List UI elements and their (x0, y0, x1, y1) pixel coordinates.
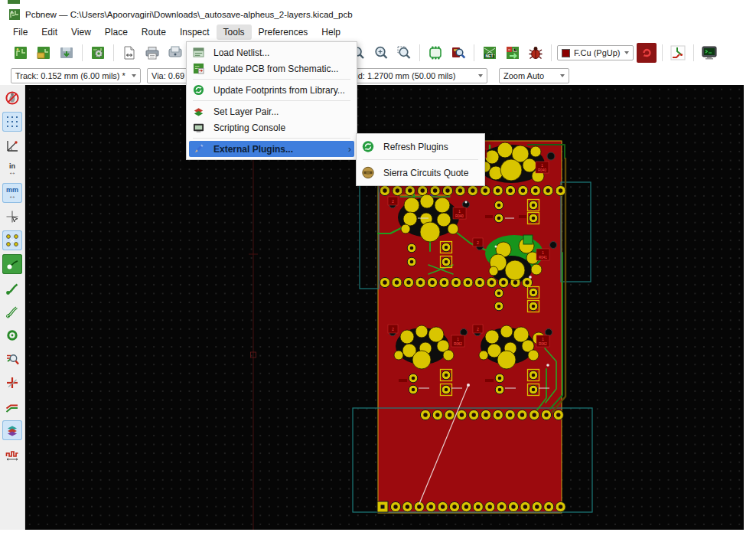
units-mm-button[interactable]: mm↔ (2, 183, 22, 203)
board-setup-button[interactable] (88, 43, 108, 63)
open-board-icon (36, 45, 51, 60)
svg-text:R041: R041 (539, 256, 547, 260)
menu-separator (193, 79, 350, 80)
layer-select-combo[interactable]: F.Cu (PgUp) (557, 45, 634, 60)
new-board-button[interactable] (11, 43, 31, 63)
ratsnest-visibility-button[interactable] (2, 230, 22, 250)
zoom-combo[interactable]: Zoom Auto (499, 68, 569, 83)
menu-item-update-pcb-from-schematic[interactable]: Update PCB from Schematic... (189, 60, 354, 77)
menu-help[interactable]: Help (314, 24, 347, 40)
grid-visibility-button[interactable] (2, 112, 22, 132)
ratsnest-curved-icon (5, 257, 19, 271)
via-icon (5, 328, 19, 342)
update-pcb-from-schematic-icon (192, 63, 204, 75)
scripting-console-button[interactable] (699, 43, 719, 63)
main-toolbar: NET F.Cu (PgUp) (11, 42, 719, 64)
track-sketch-button[interactable] (2, 302, 22, 322)
menu-inspect[interactable]: Inspect (173, 24, 217, 40)
layer-select-value: F.Cu (PgUp) (574, 48, 621, 57)
layers-manager-button[interactable] (2, 420, 22, 440)
grid-combo[interactable]: Grid: 1.2700 mm (50.00 mils) (342, 68, 487, 83)
footprint-editor-button[interactable] (425, 43, 445, 63)
menu-route[interactable]: Route (135, 24, 173, 40)
footprint-editor-icon (427, 45, 444, 60)
units-inches-button[interactable]: in↔ (2, 159, 22, 179)
tools-menu: Load Netlist... Update PCB from Schemati… (186, 41, 357, 160)
menu-item-set-layer-pair[interactable]: Set Layer Pair... (189, 103, 354, 119)
menu-item-sierra-circuits-quote[interactable]: Sierra Circuits Quote (359, 162, 482, 183)
zoom-selection-icon (396, 45, 412, 60)
menu-item-label: Update Footprints from Library... (213, 85, 345, 96)
scripting-console-icon (192, 122, 204, 134)
track-width-value: Track: 0.152 mm (6.00 mils) * (15, 71, 125, 80)
cursor-shape-button[interactable] (2, 207, 22, 227)
window-icon-fragment (8, 0, 20, 4)
toolbar-separator (474, 44, 474, 61)
menu-item-refresh-plugins[interactable]: Refresh Plugins (359, 136, 482, 157)
drag-track-45-button[interactable] (2, 373, 22, 393)
footprint-viewer-icon (451, 45, 466, 60)
board-setup-icon (90, 45, 106, 60)
track-curved-button[interactable] (2, 278, 22, 298)
run-drc-button[interactable] (526, 43, 546, 63)
highlight-net-button[interactable] (2, 349, 22, 369)
via-sketch-button[interactable] (2, 325, 22, 345)
page-settings-button[interactable] (119, 43, 139, 63)
tune-length-icon (5, 447, 19, 461)
drag-track-free-button[interactable] (2, 397, 22, 416)
menu-item-scripting-console[interactable]: Scripting Console (189, 119, 354, 136)
show-netlist-button[interactable]: NET (480, 43, 500, 63)
update-pcb-button[interactable] (503, 43, 523, 63)
plot-button[interactable] (165, 43, 185, 63)
menu-preferences[interactable]: Preferences (252, 24, 315, 40)
svg-text:R040: R040 (538, 168, 546, 172)
update-pcb-icon (505, 45, 520, 60)
menu-separator (363, 159, 478, 160)
track-width-combo[interactable]: Track: 0.152 mm (6.00 mils) * (11, 68, 141, 83)
ratsnest-curved-button[interactable] (2, 254, 22, 274)
menu-tools[interactable]: Tools (217, 24, 252, 40)
print-button[interactable] (142, 43, 162, 63)
menu-edit[interactable]: Edit (34, 24, 64, 40)
titlebar: Pcbnew — C:\Users\Apoorvagiri\Downloads\… (9, 8, 353, 21)
toolbar-separator (662, 44, 663, 61)
drc-off-icon (5, 91, 19, 105)
track-sketch-icon (5, 305, 19, 318)
footprint-viewer-button[interactable] (448, 43, 468, 63)
svg-text:R062: R062 (454, 342, 462, 346)
save-board-button[interactable] (57, 43, 77, 63)
router-settings-icon (670, 45, 686, 60)
layer-swap-button[interactable] (637, 43, 657, 63)
millimetres-icon: mm↔ (6, 187, 18, 199)
router-settings-button[interactable] (668, 43, 688, 63)
track-curved-icon (5, 281, 19, 295)
menu-item-external-plugins[interactable]: External Plugins... › (189, 141, 354, 157)
drc-off-button[interactable] (2, 88, 22, 108)
pcbnew-window: { "window": { "title": "Pcbnew — C:\\Use… (0, 0, 756, 542)
svg-text:R062: R062 (539, 342, 547, 346)
layer-color-swatch (562, 49, 570, 57)
menu-item-label: Load Netlist... (213, 47, 269, 58)
menu-file[interactable]: File (6, 24, 34, 40)
left-toolbar: in↔ mm↔ (0, 85, 25, 530)
menu-item-update-footprints[interactable]: Update Footprints from Library... (189, 82, 354, 98)
zoom-selection-button[interactable] (394, 43, 414, 63)
pad-row-bottom (390, 501, 565, 511)
menu-item-label: Update PCB from Schematic... (213, 64, 338, 74)
open-board-button[interactable] (34, 43, 54, 63)
save-icon (59, 45, 74, 60)
chevron-down-icon (132, 74, 136, 77)
menu-item-load-netlist[interactable]: Load Netlist... (189, 44, 354, 60)
drc-bug-icon (528, 45, 543, 60)
tune-track-length-button[interactable] (2, 444, 22, 464)
layers-icon (5, 423, 19, 437)
zoom-fit-button[interactable] (371, 43, 391, 63)
highlight-net-icon (5, 352, 19, 366)
menu-place[interactable]: Place (98, 24, 135, 40)
grid-dots-icon (5, 115, 19, 129)
menu-item-label: External Plugins... (213, 144, 293, 155)
polar-coords-button[interactable] (2, 136, 22, 155)
set-layer-pair-icon (192, 106, 204, 118)
menu-view[interactable]: View (64, 24, 98, 40)
svg-text:NET: NET (486, 54, 494, 58)
